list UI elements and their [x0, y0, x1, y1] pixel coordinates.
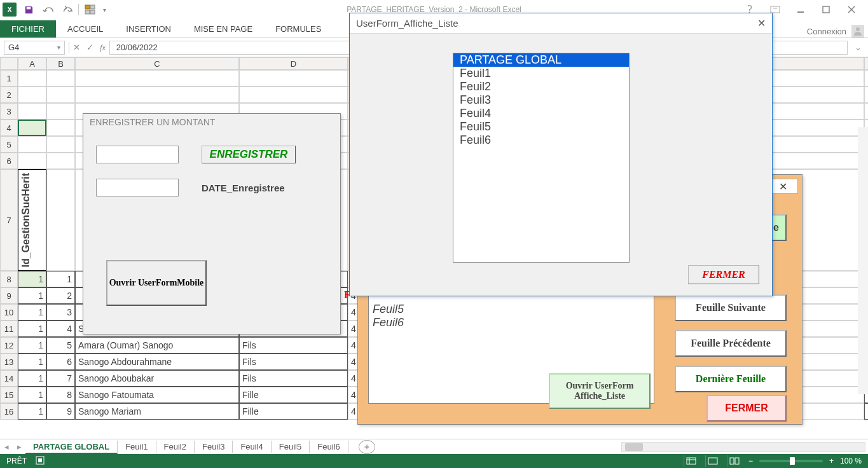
cell[interactable] — [18, 153, 46, 169]
cell[interactable] — [46, 70, 75, 86]
view-normal-icon[interactable] — [684, 455, 699, 467]
cell-b7[interactable] — [46, 169, 75, 271]
undo-icon[interactable] — [38, 1, 57, 18]
sheet-tab[interactable]: Feuil3 — [195, 441, 233, 453]
open-userformmobile-button[interactable]: Ouvrir UserFormMobile — [106, 260, 207, 306]
cell[interactable] — [18, 120, 46, 136]
horizontal-scrollbar[interactable] — [621, 442, 865, 452]
view-layout-icon[interactable] — [705, 455, 720, 467]
nav-last-sheet-button[interactable]: Dernière Feuille — [675, 366, 787, 392]
connection-label[interactable]: Connexion — [807, 27, 846, 36]
close-icon[interactable] — [839, 1, 864, 18]
fx-icon[interactable]: fx — [100, 43, 106, 53]
cell[interactable] — [46, 86, 75, 103]
cell[interactable] — [239, 86, 348, 103]
cell[interactable] — [75, 86, 239, 103]
sheet-tab[interactable]: Feuil2 — [156, 441, 195, 453]
zoom-in-icon[interactable]: + — [829, 457, 834, 465]
cell[interactable]: 8 — [46, 387, 75, 403]
nav-list-item[interactable]: Feuil5 — [373, 303, 650, 316]
col-header-c[interactable]: C — [75, 57, 239, 70]
nav-close-button[interactable]: FERMER — [706, 395, 787, 422]
nav-open-affiche-liste-button[interactable]: Ouvrir UserForm Affiche_Liste — [549, 373, 651, 409]
cell[interactable]: 1 — [18, 271, 46, 287]
aff-close-button[interactable]: FERMER — [688, 265, 759, 284]
tab-file[interactable]: FICHIER — [0, 20, 56, 38]
row-header-14[interactable]: 14 — [0, 370, 18, 387]
cell[interactable]: 5 — [46, 337, 75, 354]
cell[interactable]: Sanogo Mariam — [75, 403, 239, 420]
save-icon[interactable] — [19, 1, 38, 18]
cell[interactable] — [46, 136, 75, 153]
col-header-b[interactable]: B — [46, 57, 75, 70]
row-header-10[interactable]: 10 — [0, 304, 18, 320]
aff-list-item[interactable]: Feuil1 — [453, 67, 629, 80]
cell[interactable]: 1 — [18, 304, 46, 320]
cell[interactable]: Fille — [239, 403, 348, 420]
row-header-1[interactable]: 1 — [0, 70, 18, 86]
row-header-13[interactable]: 13 — [0, 354, 18, 370]
cell[interactable]: 1 — [18, 370, 46, 387]
tab-insert[interactable]: INSERTION — [114, 20, 183, 38]
cell[interactable] — [864, 86, 868, 103]
aff-list-item[interactable]: Feuil6 — [453, 134, 629, 147]
cell[interactable] — [46, 120, 75, 136]
tab-formulas[interactable]: FORMULES — [264, 20, 333, 38]
minimize-icon[interactable] — [788, 1, 813, 18]
col-header-d[interactable]: D — [239, 57, 348, 70]
aff-list-item[interactable]: Feuil2 — [453, 80, 629, 93]
cell[interactable]: 1 — [18, 403, 46, 420]
aff-list-item[interactable]: Feuil5 — [453, 120, 629, 134]
aff-listbox[interactable]: PARTAGE GLOBALFeuil1Feuil2Feuil3Feuil4Fe… — [453, 53, 630, 263]
enter-entry-icon[interactable]: ✓ — [86, 43, 93, 52]
tab-home[interactable]: ACCUEIL — [56, 20, 114, 38]
col-header-a[interactable]: A — [18, 57, 46, 70]
aff-list-item[interactable]: PARTAGE GLOBAL — [453, 53, 629, 67]
row-header-7[interactable]: 7 — [0, 169, 18, 271]
select-all-corner[interactable] — [0, 57, 18, 70]
row-header-6[interactable]: 6 — [0, 153, 18, 169]
user-avatar-icon[interactable] — [851, 25, 864, 38]
enregistrer-button[interactable]: ENREGISTRER — [202, 146, 296, 163]
aff-list-item[interactable]: Feuil3 — [453, 93, 629, 107]
cell[interactable] — [18, 70, 46, 86]
cell[interactable]: 9 — [46, 403, 75, 420]
tab-layout[interactable]: MISE EN PAGE — [183, 20, 264, 38]
redo-icon[interactable] — [57, 1, 76, 18]
row-header-4[interactable]: 4 — [0, 120, 18, 136]
cell[interactable] — [18, 103, 46, 120]
row-header-8[interactable]: 8 — [0, 271, 18, 287]
aff-close-icon[interactable]: ✕ — [757, 17, 766, 29]
sheet-nav-prev-icon[interactable]: ◂ — [0, 442, 13, 451]
row-header-5[interactable]: 5 — [0, 136, 18, 153]
cell[interactable]: 6 — [46, 354, 75, 370]
cell[interactable]: Amara (Oumar) Sanogo — [75, 337, 239, 354]
cell[interactable] — [75, 70, 239, 86]
cell[interactable] — [46, 103, 75, 120]
macro-record-icon[interactable] — [36, 456, 45, 467]
name-box[interactable]: G4 ▾ — [4, 41, 65, 55]
sheet-tab[interactable]: Feuil5 — [272, 441, 310, 453]
view-pagebreak-icon[interactable] — [727, 455, 742, 467]
cell[interactable] — [864, 403, 868, 420]
row-header-15[interactable]: 15 — [0, 387, 18, 403]
add-sheet-icon[interactable]: ＋ — [359, 440, 375, 454]
cell[interactable]: Sanogo Abdourahmane — [75, 354, 239, 370]
nav-next-sheet-button[interactable]: Feuille Suivante — [675, 294, 787, 321]
cell[interactable] — [46, 153, 75, 169]
cell[interactable]: 7 — [46, 370, 75, 387]
cell[interactable]: Sanogo Aboubakar — [75, 370, 239, 387]
cell[interactable]: 1 — [18, 354, 46, 370]
aff-list-item[interactable]: Feuil4 — [453, 107, 629, 120]
date-input[interactable] — [96, 179, 179, 196]
cell[interactable]: 1 — [18, 387, 46, 403]
form-controls-icon[interactable] — [81, 1, 100, 18]
vertical-scrollbar[interactable] — [858, 127, 868, 394]
sheet-tab[interactable]: Feuil1 — [118, 441, 156, 453]
cell-a7[interactable]: Id_GestionSucHerit — [18, 169, 46, 271]
cell[interactable]: 1 — [18, 337, 46, 354]
montant-input[interactable] — [96, 146, 179, 163]
cell[interactable]: Fils — [239, 337, 348, 354]
zoom-level[interactable]: 100 % — [840, 457, 862, 465]
maximize-icon[interactable] — [813, 1, 839, 18]
